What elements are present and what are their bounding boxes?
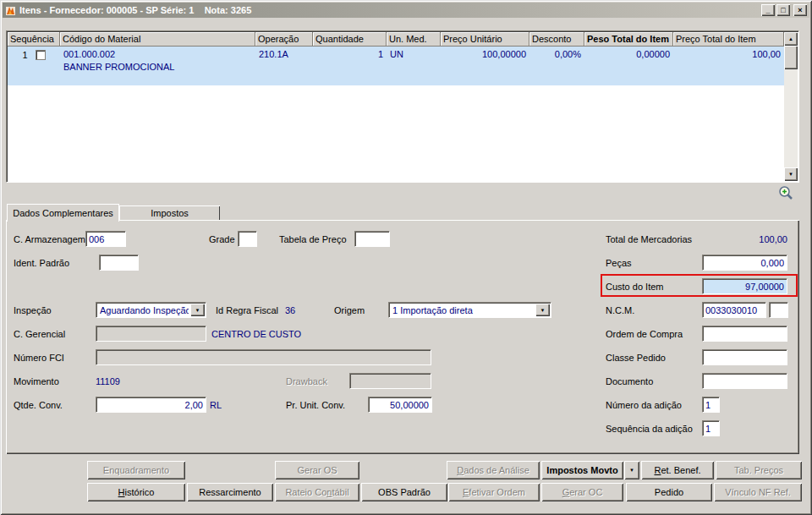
inspecao-dropdown-icon[interactable]: ▼ (190, 304, 205, 316)
pr-unit-conv-label: Pr. Unit. Conv. (286, 400, 345, 410)
efetivar-ordem-button: Efetivar Ordem (448, 483, 540, 501)
custo-item-field[interactable] (703, 279, 787, 293)
scroll-up-icon[interactable]: ▲ (784, 32, 798, 46)
ncm-extra-field[interactable] (770, 303, 787, 317)
tab-precos-button: Tab. Preços (716, 461, 802, 479)
material-code: 001.000.002 (63, 49, 252, 59)
rateio-contabil-button: Rateio Contábil (275, 483, 359, 501)
tab-impostos[interactable]: Impostos (119, 205, 220, 221)
column-header-peso-total[interactable]: Peso Total do Item (584, 32, 673, 47)
sequencia-adicao-field[interactable] (703, 421, 719, 436)
ret-benef-button[interactable]: Ret. Benef. (641, 461, 714, 479)
ident-padrao-field[interactable] (100, 255, 138, 270)
grid-body[interactable]: 1 001.000.002 BANNER PROMOCIONAL 210.1A … (8, 47, 784, 181)
row-checkbox[interactable] (36, 50, 46, 60)
cell-sequencia: 1 (8, 47, 60, 85)
app-icon (5, 5, 16, 16)
origem-dropdown-icon[interactable]: ▼ (535, 304, 550, 316)
custo-item-field-box (702, 278, 787, 294)
grid-scrollbar[interactable]: ▲ ▼ (784, 32, 798, 181)
inspecao-combobox[interactable]: Aguardando Inspeção ▼ (96, 302, 206, 318)
documento-field[interactable] (703, 374, 787, 388)
row-number: 1 (22, 50, 27, 83)
column-header-sequencia[interactable]: Sequência (8, 32, 60, 47)
window: Itens - Fornecedor: 000005 - SP Série: 1… (0, 0, 812, 515)
tabela-preco-label: Tabela de Preço (279, 234, 347, 244)
column-header-preco-total[interactable]: Preço Total do Item (673, 32, 784, 47)
numero-adicao-field[interactable] (703, 397, 719, 412)
id-regra-fiscal-value: 36 (285, 305, 295, 315)
column-header-codigo-material[interactable]: Código do Material (60, 32, 255, 47)
cell-codigo-material: 001.000.002 BANNER PROMOCIONAL (60, 47, 255, 85)
inspecao-value: Aguardando Inspeção (100, 305, 189, 315)
minimize-icon[interactable]: _ (761, 4, 775, 16)
vinculo-nf-ref-button: Vínculo NF Ref. (714, 483, 802, 501)
titlebar[interactable]: Itens - Fornecedor: 000005 - SP Série: 1… (3, 3, 809, 18)
qtde-conv-field-box (96, 397, 206, 413)
column-header-preco-unitario[interactable]: Preço Unitário (441, 32, 529, 47)
ident-padrao-label: Ident. Padrão (14, 258, 69, 268)
ressarcimento-button[interactable]: Ressarcimento (187, 483, 273, 501)
pr-unit-conv-field[interactable] (369, 397, 431, 412)
c-armazenagem-field-box (85, 231, 126, 247)
cell-peso-total: 0,00000 (584, 47, 673, 85)
tab-dados-complementares[interactable]: Dados Complementares (7, 204, 119, 222)
ordem-compra-field[interactable] (703, 326, 787, 341)
pecas-field[interactable] (703, 255, 787, 270)
dados-complementares-panel: C. Armazenagem Grade Tabela de Preço Tot… (6, 220, 799, 454)
cell-un-med: UN (387, 47, 441, 85)
dados-de-analise-button: Dados de Análise (447, 461, 540, 479)
c-armazenagem-field[interactable] (86, 232, 125, 246)
pedido-button[interactable]: Pedido (626, 483, 712, 501)
tabela-preco-field[interactable] (355, 232, 389, 246)
enquadramento-button: Enquadramento (87, 461, 185, 479)
impostos-movto-button[interactable]: Impostos Movto (541, 461, 623, 479)
gerar-os-button: Gerar OS (275, 461, 359, 479)
total-mercadorias-value: 100,00 (702, 234, 787, 244)
close-icon[interactable]: × (793, 4, 807, 16)
ncm-field[interactable] (703, 303, 765, 317)
zoom-button[interactable] (778, 185, 793, 200)
column-header-operacao[interactable]: Operação (255, 32, 313, 47)
c-armazenagem-label: C. Armazenagem (14, 234, 85, 244)
grid-row-selected[interactable]: 1 001.000.002 BANNER PROMOCIONAL 210.1A … (8, 47, 784, 85)
documento-label: Documento (606, 376, 653, 386)
drawback-field-box (349, 373, 431, 389)
inspecao-label: Inspeção (14, 305, 52, 315)
origem-combobox[interactable]: 1 Importação direta ▼ (388, 302, 551, 318)
numero-adicao-label: Número da adição (606, 400, 682, 410)
maximize-icon[interactable]: □ (776, 4, 790, 16)
grade-label: Grade (209, 234, 235, 244)
column-header-quantidade[interactable]: Quantidade (313, 32, 387, 47)
grid-header: Sequência Código do Material Operação Qu… (8, 32, 784, 47)
scroll-down-icon[interactable]: ▼ (784, 167, 798, 181)
window-controls: _ □ × (761, 4, 807, 16)
cell-quantidade: 1 (313, 47, 387, 85)
cell-desconto: 0,00% (529, 47, 584, 85)
scroll-thumb[interactable] (784, 46, 798, 69)
obs-padrao-button[interactable]: OBS Padrão (361, 483, 447, 501)
documento-field-box (702, 373, 787, 389)
sequencia-adicao-label: Sequência da adição (606, 424, 693, 434)
pecas-label: Peças (606, 258, 632, 268)
sequencia-adicao-field-box (702, 420, 720, 436)
cell-preco-total: 100,00 (673, 47, 784, 85)
column-header-un-med[interactable]: Un. Med. (387, 32, 441, 47)
classe-pedido-field[interactable] (703, 350, 787, 364)
ncm-field-box (702, 302, 766, 318)
origem-value: 1 Importação direta (392, 305, 534, 315)
impostos-movto-dropdown-icon[interactable]: ▼ (624, 461, 639, 479)
c-gerencial-field (96, 326, 206, 341)
numero-adicao-field-box (702, 397, 720, 413)
drawback-label: Drawback (286, 376, 327, 386)
ident-padrao-field-box (99, 255, 139, 271)
numero-fci-field-box (96, 349, 431, 365)
gerar-oc-button: Gerar OC (541, 483, 623, 501)
qtde-conv-field[interactable] (96, 397, 206, 412)
origem-label: Origem (334, 305, 365, 315)
column-header-desconto[interactable]: Desconto (529, 32, 584, 47)
historico-button[interactable]: Histórico (87, 483, 185, 501)
classe-pedido-label: Classe Pedido (606, 353, 666, 363)
grade-field[interactable] (239, 232, 256, 246)
material-description: BANNER PROMOCIONAL (63, 62, 252, 72)
